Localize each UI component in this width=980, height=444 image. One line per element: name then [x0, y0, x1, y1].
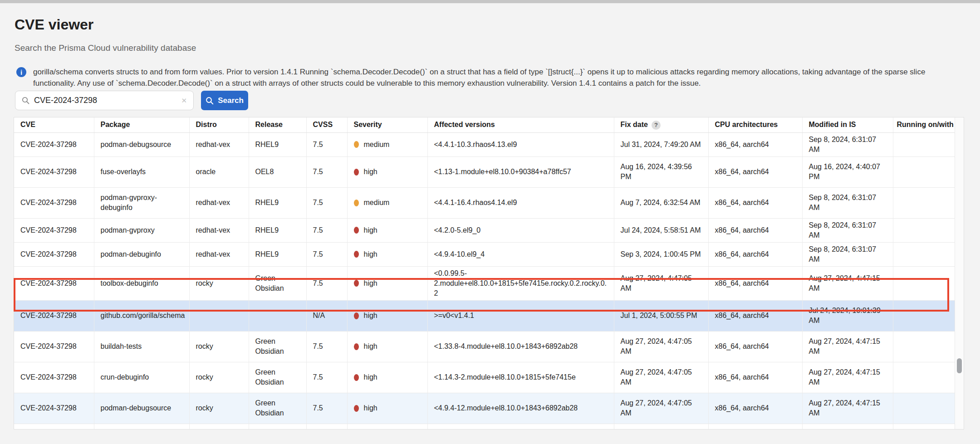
table-row[interactable]: CVE-2024-37298 buildah-tests rocky Green…: [14, 331, 955, 362]
cell-affected-versions: <0.0.99.5-2.module+el8.10.0+1815+5fe7415…: [427, 266, 614, 300]
cell-severity: high: [347, 266, 427, 300]
scrollbar-thumb[interactable]: [957, 358, 962, 373]
search-button[interactable]: Search: [201, 91, 248, 110]
cell-running-on-with: [893, 242, 955, 266]
cell-severity: medium: [347, 132, 427, 156]
column-header-modified-in-is: Modified in IS: [802, 117, 893, 132]
cell-cve: CVE-2024-37298: [14, 156, 94, 187]
severity-label: high: [364, 342, 377, 351]
severity-label: medium: [364, 140, 390, 150]
cell-cpu-architectures: x86_64, aarch64: [708, 242, 802, 266]
search-button-icon: [206, 97, 214, 105]
column-header-severity: Severity: [347, 117, 427, 132]
cell-running-on-with: [893, 362, 955, 393]
cell-release: Green Obsidian: [249, 424, 306, 429]
cell-package: fuse-overlayfs: [94, 156, 189, 187]
fix-date-help-icon[interactable]: ?: [652, 121, 661, 130]
cell-fix-date: Aug 27, 2024, 4:47:05 AM: [614, 393, 708, 424]
cell-cvss: 7.5: [306, 393, 347, 424]
column-header-package: Package: [94, 117, 189, 132]
cell-cve: CVE-2024-37298: [14, 187, 94, 218]
cell-cvss: 7.5: [306, 362, 347, 393]
severity-dot: [354, 374, 359, 381]
severity-dot: [354, 405, 359, 412]
severity-dot: [354, 200, 359, 206]
cell-distro: rocky: [189, 362, 249, 393]
cell-modified-in-is: Sep 8, 2024, 6:31:07 AM: [802, 132, 893, 156]
cell-modified-in-is: Sep 8, 2024, 6:31:07 AM: [802, 187, 893, 218]
cell-modified-in-is: Sep 8, 2024, 6:31:07 AM: [802, 242, 893, 266]
table-row[interactable]: CVE-2024-37298 podman-debugsource rocky …: [14, 393, 955, 424]
table-row[interactable]: CVE-2024-37298 podman-gvproxy-debuginfo …: [14, 187, 955, 218]
search-button-label: Search: [218, 96, 244, 105]
table-row[interactable]: CVE-2024-37298 podman-plugins rocky Gree…: [14, 424, 955, 429]
cell-cvss: 7.5: [306, 187, 347, 218]
cell-cve: CVE-2024-37298: [14, 300, 94, 331]
cell-cvss: 7.5: [306, 266, 347, 300]
cell-package: podman-debugsource: [94, 393, 189, 424]
severity-dot: [354, 227, 359, 234]
cell-modified-in-is: Aug 27, 2024, 4:47:15 AM: [802, 424, 893, 429]
cell-distro: redhat-vex: [189, 132, 249, 156]
table-row[interactable]: CVE-2024-37298 toolbox-debuginfo rocky G…: [14, 266, 955, 300]
cell-fix-date: Aug 7, 2024, 6:32:54 AM: [614, 187, 708, 218]
search-icon: [22, 97, 29, 104]
info-icon: i: [16, 67, 26, 77]
severity-dot: [354, 280, 359, 287]
cell-running-on-with: [893, 393, 955, 424]
cell-release: RHEL9: [249, 242, 306, 266]
column-header-cve: CVE: [14, 117, 94, 132]
cell-distro: [189, 300, 249, 331]
cell-cpu-architectures: x86_64, aarch64: [708, 187, 802, 218]
cell-severity: high: [347, 300, 427, 331]
cell-distro: rocky: [189, 331, 249, 362]
cell-cvss: 7.5: [306, 156, 347, 187]
table-row[interactable]: CVE-2024-37298 crun-debuginfo rocky Gree…: [14, 362, 955, 393]
table-row-selected[interactable]: CVE-2024-37298 github.com/gorilla/schema…: [14, 300, 955, 331]
cell-affected-versions: >=v0<v1.4.1: [427, 300, 614, 331]
search-input-value[interactable]: [34, 96, 177, 105]
cell-affected-versions: <1.13-1.module+el8.10.0+90384+a78ffc57: [427, 156, 614, 187]
column-header-distro: Distro: [189, 117, 249, 132]
table-row[interactable]: CVE-2024-37298 podman-gvproxy redhat-vex…: [14, 218, 955, 242]
table-row[interactable]: CVE-2024-37298 fuse-overlayfs oracle OEL…: [14, 156, 955, 187]
cell-release: RHEL9: [249, 187, 306, 218]
cell-modified-in-is: Aug 16, 2024, 4:40:07 PM: [802, 156, 893, 187]
cell-package: buildah-tests: [94, 331, 189, 362]
page-subtitle: Search the Prisma Cloud vulnerability da…: [15, 43, 196, 53]
cell-running-on-with: [893, 331, 955, 362]
page-title: CVE viewer: [15, 16, 93, 33]
cell-distro: rocky: [189, 266, 249, 300]
cell-cpu-architectures: x86_64, aarch64: [708, 331, 802, 362]
fix-date-label: Fix date: [621, 121, 648, 128]
severity-label: high: [364, 167, 377, 177]
cell-fix-date: Aug 27, 2024, 4:47:05 AM: [614, 424, 708, 429]
column-header-affected-versions: Affected versions: [427, 117, 614, 132]
search-input[interactable]: ✕: [15, 91, 194, 110]
table-row[interactable]: CVE-2024-37298 podman-debugsource redhat…: [14, 132, 955, 156]
column-header-fix-date: Fix date?: [614, 117, 708, 132]
cell-affected-versions: <4.4.1-16.4.rhaos4.14.el9: [427, 187, 614, 218]
cell-cve: CVE-2024-37298: [14, 331, 94, 362]
table-row[interactable]: CVE-2024-37298 podman-debuginfo redhat-v…: [14, 242, 955, 266]
severity-label: high: [364, 225, 377, 235]
clear-search-icon[interactable]: ✕: [177, 97, 187, 105]
cell-package: podman-gvproxy-debuginfo: [94, 187, 189, 218]
cell-cvss: N/A: [306, 300, 347, 331]
cell-cpu-architectures: x86_64, aarch64: [708, 393, 802, 424]
cell-cve: CVE-2024-37298: [14, 132, 94, 156]
severity-label: high: [364, 372, 377, 382]
column-header-cpu-architectures: CPU architectures: [708, 117, 802, 132]
cell-package: podman-debuginfo: [94, 242, 189, 266]
cell-severity: high: [347, 242, 427, 266]
severity-dot: [354, 312, 359, 319]
severity-label: high: [364, 403, 377, 413]
cell-affected-versions: <4.2.0-5.el9_0: [427, 218, 614, 242]
cell-cvss: 7.5: [306, 218, 347, 242]
cell-distro: oracle: [189, 156, 249, 187]
cell-severity: high: [347, 331, 427, 362]
scrollbar-track[interactable]: [955, 117, 964, 429]
severity-dot: [354, 141, 359, 148]
cve-description-text: gorilla/schema converts structs to and f…: [33, 66, 956, 89]
cell-running-on-with: [893, 218, 955, 242]
